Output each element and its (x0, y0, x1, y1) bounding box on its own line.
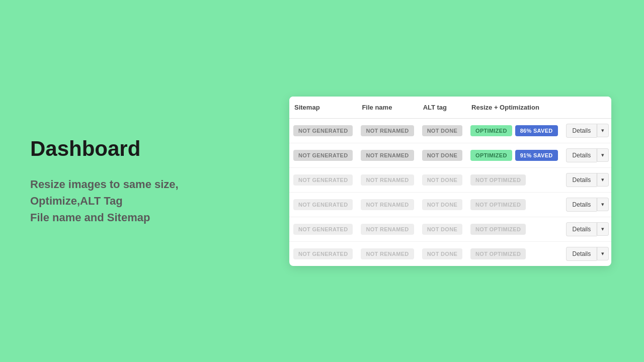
action-cell: Details▾ (562, 192, 611, 217)
alt-cell: NOT DONE (418, 118, 466, 143)
dashboard-subtitle: Resize images to same size, Optimize,ALT… (30, 176, 226, 226)
details-dropdown-button[interactable]: ▾ (597, 222, 609, 236)
sitemap-badge: NOT GENERATED (293, 224, 353, 235)
col-filename: File name (357, 97, 418, 119)
subtitle-line2: Optimize,ALT Tag (30, 195, 123, 207)
sitemap-badge: NOT GENERATED (293, 125, 353, 136)
filename-badge: NOT RENAMED (361, 248, 414, 259)
details-button[interactable]: Details (566, 148, 597, 162)
sitemap-badge: NOT GENERATED (293, 150, 353, 161)
alt-badge: NOT DONE (422, 248, 462, 259)
details-btn-group: Details▾ (566, 148, 609, 162)
optimized-badge: OPTIMIZED (470, 150, 512, 161)
table-header-row: Sitemap File name ALT tag Resize + Optim… (289, 97, 611, 119)
status-cell: NOT OPTIMIZED (466, 241, 561, 266)
sitemap-cell: NOT GENERATED (289, 241, 357, 266)
alt-badge: NOT DONE (422, 199, 462, 210)
alt-cell: NOT DONE (418, 217, 466, 241)
details-dropdown-button[interactable]: ▾ (597, 198, 609, 211)
saved-badge: 91% SAVED (515, 150, 558, 161)
alt-badge: NOT DONE (422, 174, 462, 186)
col-alt: ALT tag (418, 97, 466, 119)
alt-cell: NOT DONE (418, 241, 466, 266)
filename-cell: NOT RENAMED (357, 192, 418, 217)
status-cell: OPTIMIZED86% SAVED (466, 118, 561, 143)
action-cell: Details▾ (562, 241, 611, 266)
filename-cell: NOT RENAMED (357, 217, 418, 241)
col-optimization: Resize + Optimization (466, 97, 611, 119)
status-cell: NOT OPTIMIZED (466, 167, 561, 192)
sitemap-badge: NOT GENERATED (293, 174, 353, 186)
sitemap-badge: NOT GENERATED (293, 248, 353, 259)
filename-cell: NOT RENAMED (357, 143, 418, 167)
details-button[interactable]: Details (566, 222, 597, 236)
not-optimized-badge: NOT OPTIMIZED (470, 248, 526, 259)
table-row: NOT GENERATEDNOT RENAMEDNOT DONENOT OPTI… (289, 217, 611, 241)
sitemap-cell: NOT GENERATED (289, 118, 357, 143)
optimized-badge: OPTIMIZED (470, 125, 512, 136)
details-btn-group: Details▾ (566, 124, 609, 138)
details-dropdown-button[interactable]: ▾ (597, 173, 609, 187)
action-cell: Details▾ (562, 143, 611, 167)
alt-cell: NOT DONE (418, 167, 466, 192)
details-btn-group: Details▾ (566, 247, 609, 261)
details-dropdown-button[interactable]: ▾ (597, 247, 609, 260)
action-cell: Details▾ (562, 118, 611, 143)
filename-cell: NOT RENAMED (357, 118, 418, 143)
details-button[interactable]: Details (566, 124, 597, 138)
sitemap-cell: NOT GENERATED (289, 217, 357, 241)
subtitle-line1: Resize images to same size, (30, 178, 179, 191)
filename-badge: NOT RENAMED (361, 174, 414, 186)
filename-cell: NOT RENAMED (357, 241, 418, 266)
subtitle-line3: File name and Sitemap (30, 211, 150, 224)
alt-cell: NOT DONE (418, 143, 466, 167)
details-btn-group: Details▾ (566, 198, 609, 212)
filename-badge: NOT RENAMED (361, 199, 414, 210)
sitemap-cell: NOT GENERATED (289, 192, 357, 217)
not-optimized-badge: NOT OPTIMIZED (470, 224, 526, 235)
sitemap-cell: NOT GENERATED (289, 167, 357, 192)
saved-badge: 86% SAVED (515, 125, 558, 136)
action-cell: Details▾ (562, 217, 611, 241)
details-dropdown-button[interactable]: ▾ (597, 124, 609, 137)
table-row: NOT GENERATEDNOT RENAMEDNOT DONEOPTIMIZE… (289, 118, 611, 143)
alt-cell: NOT DONE (418, 192, 466, 217)
right-panel: Sitemap File name ALT tag Resize + Optim… (257, 97, 644, 266)
left-panel: Dashboard Resize images to same size, Op… (0, 117, 257, 246)
filename-cell: NOT RENAMED (357, 167, 418, 192)
not-optimized-badge: NOT OPTIMIZED (470, 174, 526, 186)
table-row: NOT GENERATEDNOT RENAMEDNOT DONENOT OPTI… (289, 167, 611, 192)
sitemap-badge: NOT GENERATED (293, 199, 353, 210)
alt-badge: NOT DONE (422, 125, 462, 136)
details-button[interactable]: Details (566, 198, 597, 212)
table-row: NOT GENERATEDNOT RENAMEDNOT DONEOPTIMIZE… (289, 143, 611, 167)
image-table-container: Sitemap File name ALT tag Resize + Optim… (289, 97, 611, 266)
details-btn-group: Details▾ (566, 222, 609, 236)
table-row: NOT GENERATEDNOT RENAMEDNOT DONENOT OPTI… (289, 192, 611, 217)
filename-badge: NOT RENAMED (361, 125, 414, 136)
alt-badge: NOT DONE (422, 150, 462, 161)
details-btn-group: Details▾ (566, 173, 609, 187)
action-cell: Details▾ (562, 167, 611, 192)
sitemap-cell: NOT GENERATED (289, 143, 357, 167)
table-row: NOT GENERATEDNOT RENAMEDNOT DONENOT OPTI… (289, 241, 611, 266)
image-table: Sitemap File name ALT tag Resize + Optim… (289, 97, 611, 266)
filename-badge: NOT RENAMED (361, 150, 414, 161)
details-button[interactable]: Details (566, 173, 597, 187)
details-button[interactable]: Details (566, 247, 597, 261)
not-optimized-badge: NOT OPTIMIZED (470, 199, 526, 210)
col-sitemap: Sitemap (289, 97, 357, 119)
status-cell: OPTIMIZED91% SAVED (466, 143, 561, 167)
alt-badge: NOT DONE (422, 224, 462, 235)
dashboard-title: Dashboard (30, 137, 226, 161)
filename-badge: NOT RENAMED (361, 224, 414, 235)
details-dropdown-button[interactable]: ▾ (597, 148, 609, 162)
status-cell: NOT OPTIMIZED (466, 192, 561, 217)
status-cell: NOT OPTIMIZED (466, 217, 561, 241)
